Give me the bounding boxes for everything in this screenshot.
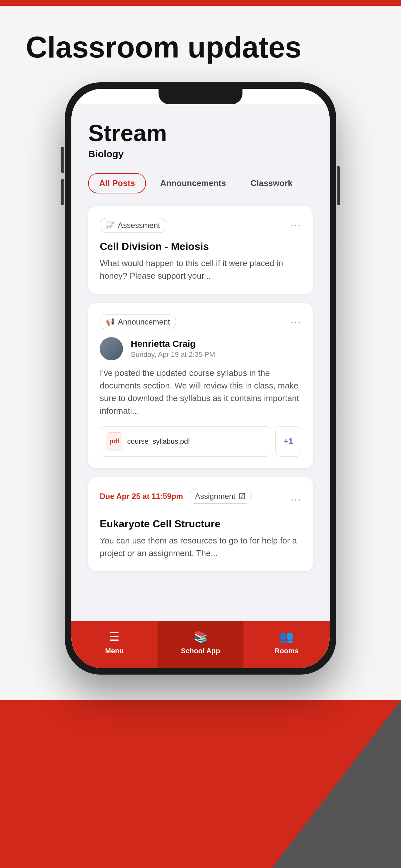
- filter-tabs: All Posts Announcements Classwork: [88, 173, 313, 193]
- author-time: Sunday, Apr 19 at 2:35 PM: [131, 350, 215, 359]
- tab-all-posts[interactable]: All Posts: [88, 173, 146, 193]
- bottom-grey-shape: [272, 700, 401, 868]
- due-label: Due Apr 25 at 11:59pm: [100, 492, 183, 501]
- assignment-body: You can use them as resources to go to f…: [100, 534, 301, 560]
- post-title: Cell Division - Meiosis: [100, 241, 301, 252]
- page-title: Classroom updates: [0, 6, 401, 82]
- stream-subject: Biology: [88, 149, 313, 159]
- rooms-icon: 👥: [279, 630, 294, 644]
- assignment-tag: Assignment ☑: [189, 489, 252, 504]
- attachments: pdf course_syllabus.pdf +1: [100, 426, 301, 457]
- author-info: Henrietta Craig Sunday, Apr 19 at 2:35 P…: [131, 339, 215, 359]
- post-card-assignment: Due Apr 25 at 11:59pm Assignment ☑ ··· E…: [88, 477, 313, 571]
- stream-title: Stream: [88, 120, 313, 146]
- post-card-assessment: 📈 Assessment ··· Cell Division - Meiosis…: [88, 206, 313, 294]
- assignment-title: Eukaryote Cell Structure: [100, 518, 301, 530]
- page-background: Classroom updates Stream Biology All Pos…: [0, 6, 401, 868]
- post-more-button-2[interactable]: ···: [290, 316, 301, 328]
- assessment-label: Assessment: [118, 221, 160, 230]
- announcement-label: Announcement: [118, 317, 170, 327]
- school-app-label: School App: [181, 647, 220, 655]
- nav-school-app[interactable]: 📚 School App: [158, 621, 244, 668]
- phone-notch: [158, 89, 243, 104]
- screen-content: Stream Biology All Posts Announcements C…: [71, 104, 330, 621]
- author-header: Henrietta Craig Sunday, Apr 19 at 2:35 P…: [100, 337, 301, 361]
- tab-classwork[interactable]: Classwork: [240, 173, 303, 193]
- tab-announcements[interactable]: Announcements: [150, 173, 236, 193]
- extra-attachments[interactable]: +1: [275, 426, 301, 457]
- bottom-navigation: ☰ Menu 📚 School App 👥 Rooms: [71, 621, 330, 668]
- assignment-label: Assignment: [195, 492, 235, 501]
- top-status-bar: [0, 0, 401, 6]
- assessment-tag: 📈 Assessment: [100, 218, 166, 233]
- volume-up-button: [61, 147, 64, 173]
- pdf-icon: pdf: [106, 432, 122, 451]
- school-app-icon: 📚: [193, 630, 208, 644]
- post-more-button-3[interactable]: ···: [290, 493, 301, 505]
- nav-rooms[interactable]: 👥 Rooms: [243, 621, 330, 668]
- menu-label: Menu: [105, 647, 124, 655]
- assessment-icon: 📈: [106, 221, 115, 229]
- phone-mockup: Stream Biology All Posts Announcements C…: [65, 82, 336, 675]
- announcement-icon: 📢: [106, 318, 115, 326]
- phone-frame: Stream Biology All Posts Announcements C…: [65, 82, 336, 675]
- post-more-button[interactable]: ···: [290, 219, 301, 231]
- post-card-announcement: 📢 Announcement ··· Henrietta Craig: [88, 303, 313, 468]
- phone-screen: Stream Biology All Posts Announcements C…: [71, 89, 330, 668]
- card-header-2: 📢 Announcement ···: [100, 314, 301, 330]
- due-row: Due Apr 25 at 11:59pm Assignment ☑: [100, 489, 252, 504]
- announcement-tag: 📢 Announcement: [100, 314, 176, 330]
- pdf-attachment[interactable]: pdf course_syllabus.pdf: [100, 426, 270, 457]
- power-button: [337, 166, 340, 205]
- announcement-body: I've posted the updated course syllabus …: [100, 367, 301, 417]
- menu-icon: ☰: [109, 630, 120, 644]
- card-header: 📈 Assessment ···: [100, 218, 301, 233]
- card-header-3: Due Apr 25 at 11:59pm Assignment ☑ ···: [100, 489, 301, 510]
- volume-down-button: [61, 179, 64, 205]
- nav-menu[interactable]: ☰ Menu: [71, 621, 158, 668]
- author-name: Henrietta Craig: [131, 339, 215, 349]
- assignment-icon: ☑: [239, 492, 246, 501]
- rooms-label: Rooms: [274, 647, 299, 655]
- avatar: [100, 337, 123, 361]
- avatar-image: [100, 337, 123, 361]
- pdf-name: course_syllabus.pdf: [127, 437, 190, 445]
- post-body: What would happen to this cell if it wer…: [100, 257, 301, 282]
